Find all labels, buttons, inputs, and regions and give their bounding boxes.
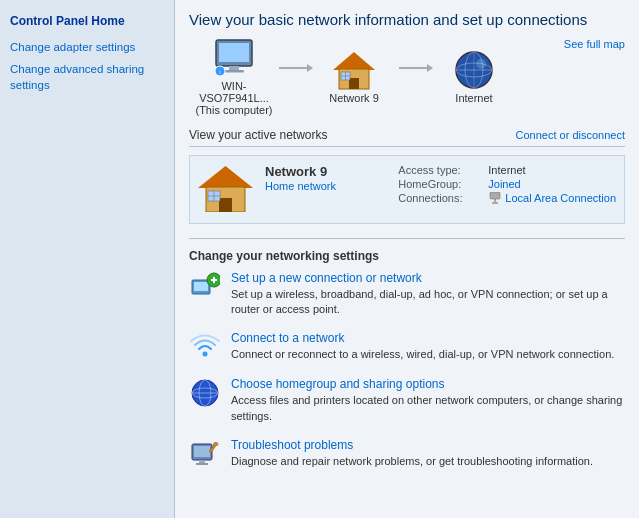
globe-icon	[453, 50, 495, 90]
access-type-label: Access type:	[398, 164, 488, 176]
lan-icon	[488, 192, 502, 204]
svg-rect-8	[349, 78, 359, 89]
access-type-row: Access type: Internet	[398, 164, 616, 176]
svg-marker-6	[333, 52, 375, 70]
computer-icon-box: i	[209, 38, 259, 78]
settings-item-connect-network: Connect to a network Connect or reconnec…	[189, 331, 625, 363]
new-connection-icon	[189, 271, 221, 303]
homegroup-link[interactable]: Choose homegroup and sharing options	[231, 377, 625, 391]
settings-item-homegroup: Choose homegroup and sharing options Acc…	[189, 377, 625, 424]
homegroup-desc: Access files and printers located on oth…	[231, 393, 625, 424]
connect-disconnect-link[interactable]: Connect or disconnect	[516, 129, 625, 141]
arrow-1	[279, 67, 309, 69]
computer-icon: i	[210, 38, 258, 78]
svg-point-17	[476, 59, 486, 69]
connections-label: Connections:	[398, 192, 488, 206]
troubleshoot-link[interactable]: Troubleshoot problems	[231, 438, 593, 452]
svg-rect-28	[194, 282, 208, 291]
connections-row: Connections: Local Area Connection	[398, 192, 616, 206]
troubleshoot-content: Troubleshoot problems Diagnose and repai…	[231, 438, 593, 469]
new-connection-desc: Set up a wireless, broadband, dial-up, a…	[231, 287, 625, 318]
active-network-box: Network 9 Home network Access type: Inte…	[189, 155, 625, 224]
homegroup-icon	[189, 377, 221, 409]
diagram-node-network: Network 9	[309, 50, 399, 104]
diagram-node-computer: i WIN-VSO7F941L... (This computer)	[189, 38, 279, 116]
svg-rect-3	[224, 70, 244, 73]
network-icon-box	[329, 50, 379, 90]
homegroup-content: Choose homegroup and sharing options Acc…	[231, 377, 625, 424]
svg-rect-38	[194, 446, 210, 457]
connect-network-icon	[189, 331, 221, 363]
house-icon-large	[198, 164, 253, 212]
homegroup-value[interactable]: Joined	[488, 178, 520, 190]
homegroup-svg	[190, 378, 220, 408]
page-title: View your basic network information and …	[189, 10, 625, 30]
new-connection-svg	[190, 272, 220, 302]
connect-network-link[interactable]: Connect to a network	[231, 331, 614, 345]
svg-rect-1	[219, 43, 249, 62]
network-house-icon	[198, 164, 253, 215]
troubleshoot-desc: Diagnose and repair network problems, or…	[231, 454, 593, 469]
main-content: View your basic network information and …	[175, 0, 639, 518]
svg-rect-2	[229, 66, 239, 70]
sidebar-link-advanced-sharing[interactable]: Change advanced sharing settings	[0, 58, 174, 96]
active-networks-title: View your active networks	[189, 128, 328, 142]
network-label: Network 9	[329, 92, 379, 104]
network-diagram: See full map i WIN-VSO7F941L...	[189, 38, 625, 116]
svg-point-32	[203, 352, 208, 357]
troubleshoot-svg	[190, 439, 220, 469]
svg-rect-20	[219, 198, 232, 212]
arrow-2	[399, 67, 429, 69]
homegroup-row: HomeGroup: Joined	[398, 178, 616, 190]
sidebar-title: Control Panel Home	[0, 10, 174, 36]
internet-label: Internet	[455, 92, 492, 104]
network-name: Network 9	[265, 164, 398, 179]
troubleshoot-icon	[189, 438, 221, 470]
divider	[189, 238, 625, 239]
svg-rect-26	[492, 202, 498, 204]
settings-item-new-connection: Set up a new connection or network Set u…	[189, 271, 625, 318]
svg-rect-24	[490, 192, 500, 199]
connections-value[interactable]: Local Area Connection	[505, 192, 616, 206]
svg-text:i: i	[219, 69, 220, 75]
computer-label: WIN-VSO7F941L... (This computer)	[189, 80, 279, 116]
svg-rect-40	[196, 463, 208, 465]
sidebar: Control Panel Home Change adapter settin…	[0, 0, 175, 518]
homegroup-label: HomeGroup:	[398, 178, 488, 190]
network-type-link[interactable]: Home network	[265, 180, 336, 192]
internet-icon-box	[449, 50, 499, 90]
connect-network-content: Connect to a network Connect or reconnec…	[231, 331, 614, 362]
access-type-value: Internet	[488, 164, 525, 176]
sidebar-link-adapter[interactable]: Change adapter settings	[0, 36, 174, 58]
new-connection-link[interactable]: Set up a new connection or network	[231, 271, 625, 285]
network-details: Network 9 Home network	[265, 164, 398, 193]
connect-network-desc: Connect or reconnect to a wireless, wire…	[231, 347, 614, 362]
network-info-table: Access type: Internet HomeGroup: Joined …	[398, 164, 616, 208]
connection-icon	[488, 192, 502, 206]
new-connection-content: Set up a new connection or network Set u…	[231, 271, 625, 318]
connect-network-svg	[190, 332, 220, 362]
see-full-map-link[interactable]: See full map	[564, 38, 625, 50]
active-networks-header: View your active networks Connect or dis…	[189, 128, 625, 147]
change-settings-title: Change your networking settings	[189, 249, 625, 263]
diagram-node-internet: Internet	[429, 50, 519, 104]
settings-item-troubleshoot: Troubleshoot problems Diagnose and repai…	[189, 438, 625, 470]
svg-marker-18	[198, 166, 253, 188]
house-icon-small	[333, 50, 375, 90]
svg-rect-39	[199, 460, 205, 463]
